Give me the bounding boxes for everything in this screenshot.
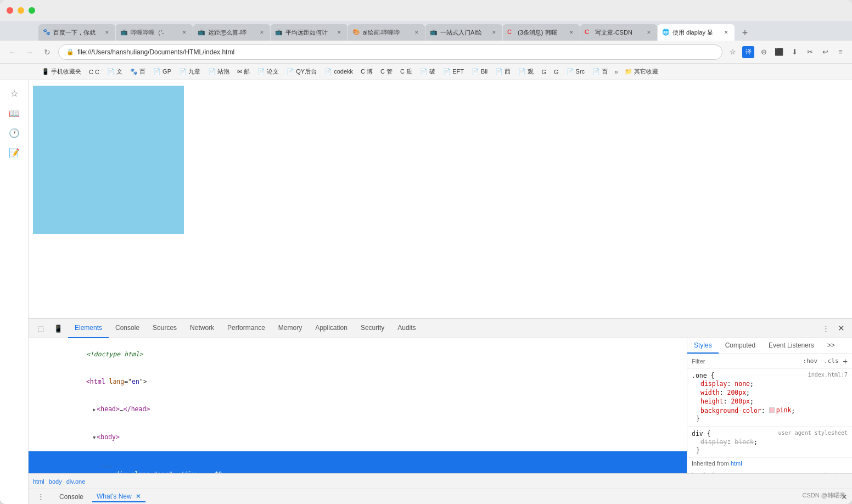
forward-button[interactable]: → bbox=[23, 46, 36, 59]
bookmark-guan[interactable]: C 管 bbox=[377, 66, 396, 77]
html-doctype-line[interactable]: <!doctype html> bbox=[29, 340, 687, 368]
breadcrumb-divone[interactable]: div.one bbox=[66, 478, 86, 485]
bookmark-gp[interactable]: 📄 GP bbox=[150, 67, 175, 76]
bookmarks-sidebar-icon[interactable]: ☆ bbox=[5, 85, 23, 102]
add-style-button[interactable]: + bbox=[843, 357, 848, 366]
tab-security[interactable]: Security bbox=[354, 319, 391, 338]
tab-console[interactable]: Console bbox=[109, 319, 146, 338]
bookmark-zhi[interactable]: C 质 bbox=[397, 66, 416, 77]
tab-baidu[interactable]: 🐾 百度一下，你就 ✕ bbox=[38, 24, 115, 41]
undo-icon[interactable]: ↩ bbox=[819, 46, 831, 58]
device-toolbar-icon[interactable]: 📱 bbox=[51, 321, 66, 336]
devtools-more-icon[interactable]: ⋮ bbox=[819, 322, 832, 335]
tab-close-icon[interactable]: ✕ bbox=[645, 29, 653, 36]
tab-network[interactable]: Network bbox=[183, 319, 221, 338]
tab-close-icon[interactable]: ✕ bbox=[335, 29, 343, 36]
tab-close-icon[interactable]: ✕ bbox=[181, 29, 188, 36]
bookmark-qy[interactable]: 📄 QY后台 bbox=[283, 66, 320, 77]
bookmark-label: 📄 Src bbox=[567, 68, 585, 75]
bookmark-po[interactable]: 📄 破 bbox=[417, 66, 439, 77]
computed-tab[interactable]: Computed bbox=[719, 338, 762, 354]
color-swatch-pink[interactable] bbox=[769, 407, 775, 413]
html-tag: <html bbox=[86, 378, 109, 385]
styles-tab[interactable]: Styles bbox=[687, 338, 719, 354]
tab-bilibili3[interactable]: 📺 平均远距如何计 ✕ bbox=[271, 24, 347, 41]
bookmark-wen[interactable]: 📄 文 bbox=[104, 66, 126, 77]
notes-icon[interactable]: 📝 bbox=[5, 144, 23, 161]
bookmark-eft[interactable]: 📄 EFT bbox=[440, 67, 467, 76]
bookmark-src[interactable]: 📄 Src bbox=[563, 67, 588, 76]
reload-button[interactable]: ↻ bbox=[41, 46, 54, 59]
tab-sources[interactable]: Sources bbox=[146, 319, 183, 338]
bookmark-star-icon[interactable]: ☆ bbox=[727, 46, 739, 58]
tab-application[interactable]: Application bbox=[309, 319, 354, 338]
tab-close-icon[interactable]: ✕ bbox=[413, 29, 421, 36]
bookmark-jiuzhang[interactable]: 📄 九章 bbox=[176, 66, 204, 77]
tab-close-icon[interactable]: ✕ bbox=[258, 29, 266, 36]
translate-icon[interactable]: 译 bbox=[742, 46, 754, 58]
bookmark-baidu[interactable]: 🐾 百 bbox=[127, 66, 149, 77]
maximize-button[interactable] bbox=[29, 7, 35, 14]
back-button[interactable]: ← bbox=[5, 46, 19, 59]
tab-display[interactable]: 🌐 使用 diaplay 显 ✕ bbox=[658, 24, 735, 41]
zoom-icon[interactable]: ⊖ bbox=[758, 46, 770, 58]
download-icon[interactable]: ⬇ bbox=[788, 46, 800, 58]
inherited-html-link[interactable]: html bbox=[731, 460, 742, 467]
tab-bilibili2[interactable]: 📺 运距怎么算-哔 ✕ bbox=[193, 24, 270, 41]
address-bar[interactable]: 🔒 file:///Users/hanshuliang/Documents/HT… bbox=[58, 44, 722, 60]
bookmark-other[interactable]: 📁 其它收藏 bbox=[621, 66, 662, 77]
html-root-line[interactable]: <html lang="en"> bbox=[29, 368, 687, 395]
tab-elements[interactable]: Elements bbox=[68, 319, 109, 338]
whats-new-tab[interactable]: What's New ✕ bbox=[92, 491, 145, 502]
console-menu-icon[interactable]: ⋮ bbox=[33, 489, 48, 505]
screen-cast-icon[interactable]: ⬛ bbox=[773, 46, 785, 58]
minimize-button[interactable] bbox=[18, 7, 24, 14]
console-tab-label[interactable]: Console bbox=[55, 492, 88, 502]
whats-new-close[interactable]: ✕ bbox=[136, 492, 141, 500]
bookmark-bai[interactable]: 📄 百 bbox=[589, 66, 611, 77]
bookmark-bo[interactable]: C 博 bbox=[357, 66, 376, 77]
bookmark-g1[interactable]: G bbox=[538, 68, 550, 76]
breadcrumb-body[interactable]: body bbox=[49, 478, 62, 485]
menu-icon[interactable]: ≡ bbox=[834, 46, 847, 58]
styles-filter-input[interactable] bbox=[692, 358, 799, 365]
hover-filter-button[interactable]: :hov bbox=[801, 356, 820, 366]
bookmark-xi[interactable]: 📄 西 bbox=[492, 66, 514, 77]
inspect-element-icon[interactable]: ⬚ bbox=[33, 321, 48, 336]
bookmark-codekk[interactable]: 📄 codekk bbox=[321, 67, 356, 76]
bookmark-c[interactable]: C C bbox=[86, 68, 103, 76]
styles-more-tab[interactable]: >> bbox=[821, 338, 842, 354]
tab-csdn1[interactable]: C (3条消息) 韩曙 ✕ bbox=[503, 24, 580, 41]
tab-audits[interactable]: Audits bbox=[391, 319, 422, 338]
tab-ai-intro[interactable]: 📺 一站式入门AI绘 ✕ bbox=[425, 24, 502, 41]
new-tab-button[interactable]: + bbox=[737, 25, 753, 41]
cut-icon[interactable]: ✂ bbox=[804, 46, 816, 58]
cls-filter-button[interactable]: .cls bbox=[822, 356, 841, 366]
tab-close-icon[interactable]: ✕ bbox=[103, 29, 111, 36]
html-div-one-line[interactable]: ... <div class="one"></div> == $0 bbox=[29, 451, 687, 473]
bookmark-g2[interactable]: G bbox=[551, 68, 562, 76]
breadcrumb-html[interactable]: html bbox=[33, 478, 44, 485]
bookmark-lunwen[interactable]: 📄 论文 bbox=[254, 66, 282, 77]
tab-close-icon[interactable]: ✕ bbox=[490, 29, 498, 36]
devtools-close-icon[interactable]: ✕ bbox=[834, 322, 848, 335]
event-listeners-tab[interactable]: Event Listeners bbox=[762, 338, 821, 354]
reading-list-icon[interactable]: 📖 bbox=[5, 104, 23, 122]
tab-performance[interactable]: Performance bbox=[221, 319, 272, 338]
tab-memory[interactable]: Memory bbox=[272, 319, 309, 338]
bookmark-zhantao[interactable]: 📄 站泡 bbox=[205, 66, 233, 77]
tab-close-icon[interactable]: ✕ bbox=[722, 29, 730, 36]
bookmark-guan2[interactable]: 📄 观 bbox=[515, 66, 537, 77]
bookmarks-more-button[interactable]: » bbox=[612, 67, 620, 77]
tab-close-icon[interactable]: ✕ bbox=[568, 29, 575, 36]
tab-csdn2[interactable]: C 写文章-CSDN ✕ bbox=[580, 24, 657, 41]
bookmark-phone[interactable]: 📱 手机收藏夹 bbox=[38, 66, 85, 77]
history-icon[interactable]: 🕐 bbox=[5, 124, 23, 142]
html-head-line[interactable]: ▶<head>…</head> bbox=[29, 395, 687, 423]
close-button[interactable] bbox=[7, 7, 13, 14]
tab-bilibili1[interactable]: 📺 哔哩哔哩（'- ✕ bbox=[116, 24, 193, 41]
tab-ai-draw[interactable]: 🎨 ai绘画-哔哩哔 ✕ bbox=[348, 24, 425, 41]
html-body-line[interactable]: ▼<body> bbox=[29, 423, 687, 451]
bookmark-mail[interactable]: ✉ 邮 bbox=[234, 66, 253, 77]
bookmark-bli[interactable]: 📄 Bli bbox=[468, 67, 491, 76]
